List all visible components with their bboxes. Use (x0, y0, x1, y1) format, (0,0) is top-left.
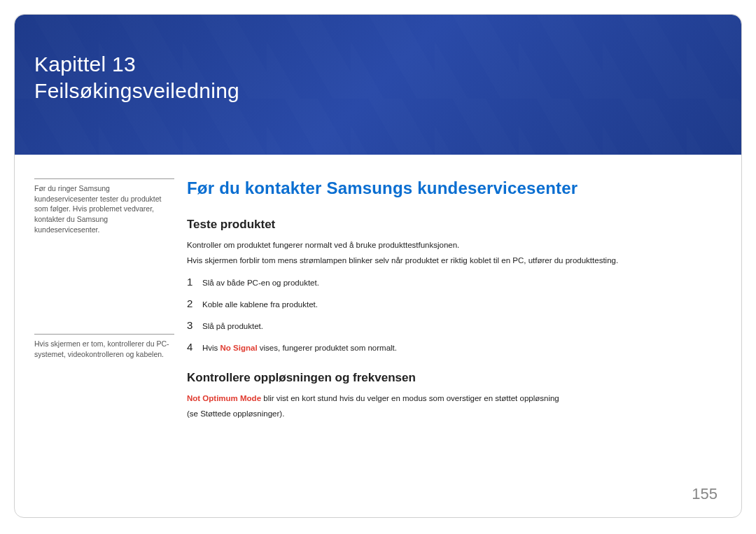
section2-p1: Not Optimum Mode blir vist en kort stund… (187, 392, 722, 405)
chapter-header-banner: Kapittel 13 Feilsøkingsveiledning (15, 15, 741, 155)
section2-p1-suffix: blir vist en kort stund hvis du velger e… (261, 394, 559, 402)
chapter-title-block: Kapittel 13 Feilsøkingsveiledning (15, 15, 741, 104)
step4-suffix: vises, fungerer produktet som normalt. (258, 344, 397, 352)
sidebar-notes: Før du ringer Samsung kundeservicesenter… (34, 178, 174, 423)
page-number: 155 (692, 485, 718, 503)
step-number: 3 (187, 319, 202, 331)
chapter-number-line: Kapittel 13 (34, 51, 741, 78)
main-column: Før du kontakter Samsungs kundeservicese… (174, 178, 722, 423)
section2-title: Kontrollere oppløsningen og frekvensen (187, 371, 722, 385)
step-row-2: 2 Koble alle kablene fra produktet. (187, 297, 722, 309)
section1-p2: Hvis skjermen forblir tom mens strømlamp… (187, 254, 722, 267)
step-text: Slå på produktet. (202, 322, 263, 330)
step4-highlight: No Signal (220, 344, 258, 352)
step-list: 1 Slå av både PC-en og produktet. 2 Kobl… (187, 276, 722, 353)
section2-p2: (se Støttede oppløsninger). (187, 407, 722, 420)
sidebar-note-1: Før du ringer Samsung kundeservicesenter… (34, 178, 174, 234)
step-number: 4 (187, 341, 202, 353)
step-text: Koble alle kablene fra produktet. (202, 300, 318, 309)
step-text: Slå av både PC-en og produktet. (202, 279, 319, 287)
main-heading: Før du kontakter Samsungs kundeservicese… (187, 178, 722, 198)
section1-title: Teste produktet (187, 218, 722, 232)
section1-p1: Kontroller om produktet fungerer normalt… (187, 239, 722, 251)
step-text: Hvis No Signal vises, fungerer produktet… (202, 344, 397, 352)
page-container: Kapittel 13 Feilsøkingsveiledning Før du… (14, 14, 742, 518)
chapter-title-line: Feilsøkingsveiledning (34, 78, 741, 104)
step-row-4: 4 Hvis No Signal vises, fungerer produkt… (187, 341, 722, 353)
sidebar-note-2: Hvis skjermen er tom, kontrollerer du PC… (34, 334, 174, 359)
step4-prefix: Hvis (202, 344, 220, 352)
step-number: 2 (187, 297, 202, 309)
step-row-1: 1 Slå av både PC-en og produktet. (187, 276, 722, 288)
section2-highlight: Not Optimum Mode (187, 394, 261, 402)
content-area: Før du ringer Samsung kundeservicesenter… (15, 155, 741, 423)
step-number: 1 (187, 276, 202, 288)
step-row-3: 3 Slå på produktet. (187, 319, 722, 331)
